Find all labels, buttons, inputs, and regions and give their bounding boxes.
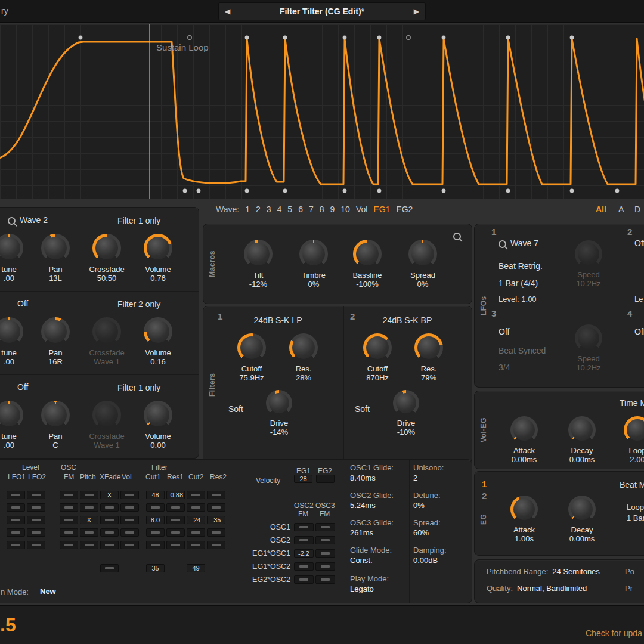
mod-slot[interactable] <box>100 528 119 537</box>
filter2-res-knob[interactable] <box>414 333 443 362</box>
osc3-volume-knob[interactable] <box>144 401 172 429</box>
osc3-glide-value[interactable]: 261ms <box>350 528 373 537</box>
filter1-res-knob[interactable] <box>289 333 318 362</box>
vol-eg-attack-knob[interactable] <box>510 416 538 444</box>
lfo4-wave-select[interactable]: Off <box>634 327 644 336</box>
macro-timbre-knob[interactable] <box>299 240 328 268</box>
eg-loop-rate[interactable]: 1 Bar <box>627 513 644 522</box>
wave-point[interactable] <box>377 36 382 40</box>
pan-mode-value[interactable]: New <box>40 587 56 596</box>
filter1-type-select[interactable]: 24dB S-K LP <box>215 315 340 325</box>
osc2-crossfade-knob[interactable] <box>92 317 121 346</box>
wave-tab-8[interactable]: 8 <box>320 205 324 214</box>
mod-slot[interactable] <box>315 523 335 531</box>
sustain-loop-marker[interactable] <box>149 24 150 199</box>
group-tab-d[interactable]: D <box>634 205 640 214</box>
mod-slot[interactable] <box>120 528 139 537</box>
osc1-volume-knob[interactable] <box>144 234 172 262</box>
detune-value[interactable]: 0% <box>413 501 425 510</box>
mod-slot[interactable]: 35 <box>146 564 165 572</box>
mod-slot[interactable]: -2.2 <box>294 549 314 558</box>
wave-point[interactable] <box>506 36 510 40</box>
wave-point-open[interactable] <box>407 36 410 39</box>
mod-slot[interactable] <box>187 528 205 537</box>
wave-tab-9[interactable]: 9 <box>330 205 335 214</box>
wave-tab-6[interactable]: 6 <box>298 205 303 214</box>
patch-selector[interactable]: ◀ Filter Tilter (CG Edit)* ▶ <box>218 2 426 20</box>
mod-slot[interactable] <box>146 541 165 549</box>
wave-tab-vol[interactable]: Vol <box>356 205 367 214</box>
osc3-filter-routing[interactable]: Filter 1 only <box>117 383 160 392</box>
osc3-detune-knob[interactable] <box>0 401 23 429</box>
lfo1-speed-knob[interactable] <box>575 240 602 268</box>
mod-slot[interactable] <box>7 516 25 524</box>
osc1-glide-value[interactable]: 8.40ms <box>350 473 376 482</box>
mod-slot[interactable] <box>166 528 185 537</box>
osc2-volume-knob[interactable] <box>144 317 172 346</box>
mod-slot[interactable]: 8.0 <box>146 516 165 524</box>
wave-point[interactable] <box>506 189 510 193</box>
osc3-wave-select[interactable]: Off <box>17 382 28 392</box>
eg-attack-knob[interactable] <box>510 496 538 523</box>
group-tab-all[interactable]: All <box>596 205 606 214</box>
glide-mode-value[interactable]: Const. <box>350 556 373 565</box>
lfo3-speed-knob[interactable] <box>575 324 602 352</box>
wave-point[interactable] <box>283 36 287 40</box>
patch-title[interactable]: Filter Tilter (CG Edit)* <box>280 7 364 16</box>
mod-slot[interactable] <box>80 491 98 499</box>
mod-slot[interactable] <box>166 516 185 524</box>
mod-slot[interactable] <box>294 523 314 531</box>
mod-slot[interactable] <box>294 575 314 584</box>
velocity-eg2-slot[interactable] <box>316 475 335 483</box>
mod-slot[interactable] <box>27 528 45 537</box>
mod-slot[interactable] <box>315 575 335 584</box>
osc2-glide-value[interactable]: 5.24ms <box>350 501 376 510</box>
mod-slot[interactable] <box>146 503 165 512</box>
spread-value[interactable]: 60% <box>413 528 429 537</box>
mod-slot[interactable] <box>120 503 139 512</box>
mod-slot[interactable] <box>60 503 78 512</box>
filter2-drive-knob[interactable] <box>393 390 419 416</box>
mod-slot[interactable] <box>207 528 225 537</box>
mod-slot[interactable] <box>60 528 78 537</box>
wave-point[interactable] <box>442 189 446 193</box>
wave-point[interactable] <box>283 189 287 193</box>
lfo1-rate[interactable]: 1 Bar (4/4) <box>499 278 538 288</box>
mod-slot[interactable] <box>120 541 139 549</box>
mod-slot[interactable] <box>80 541 98 549</box>
osc3-pan-knob[interactable] <box>41 401 70 429</box>
priority-setting[interactable]: Pr <box>625 584 633 593</box>
wave-tab-2[interactable]: 2 <box>256 205 261 214</box>
osc1-detune-knob[interactable] <box>0 234 23 262</box>
mod-slot[interactable] <box>187 503 205 512</box>
mod-slot[interactable] <box>187 491 205 499</box>
mod-slot[interactable] <box>60 541 78 549</box>
vol-eg-loop-knob[interactable] <box>624 416 644 444</box>
eg2-tab[interactable]: 2 <box>482 491 487 501</box>
mod-slot[interactable] <box>7 491 25 499</box>
mod-slot[interactable] <box>27 491 45 499</box>
mod-slot[interactable]: 49 <box>187 564 205 572</box>
mod-slot[interactable] <box>120 491 139 499</box>
lfo1-trigger-mode[interactable]: Beat Retrig. <box>499 261 543 271</box>
mod-slot[interactable] <box>207 491 225 499</box>
play-mode-value[interactable]: Legato <box>350 584 374 593</box>
velocity-eg1-slot[interactable]: 28 <box>294 475 312 483</box>
mod-slot[interactable] <box>60 491 78 499</box>
osc1-filter-routing[interactable]: Filter 1 only <box>117 216 160 225</box>
mod-slot[interactable] <box>100 564 119 572</box>
mod-slot[interactable] <box>27 541 45 549</box>
lfo3-wave-select[interactable]: Off <box>499 327 509 336</box>
lfo1-wave-select[interactable]: Wave 7 <box>499 239 538 248</box>
eg-beat-mode[interactable]: Beat M <box>620 480 644 490</box>
wave-point[interactable] <box>245 36 249 40</box>
osc2-detune-knob[interactable] <box>0 317 23 346</box>
mod-slot[interactable] <box>80 503 98 512</box>
lfo1-level[interactable]: Level: 1.00 <box>499 295 537 304</box>
wave-point[interactable] <box>79 36 83 40</box>
library-button[interactable]: ry <box>1 6 8 16</box>
osc1-crossfade-knob[interactable] <box>92 234 121 262</box>
wave-point[interactable] <box>615 189 620 193</box>
mod-slot[interactable] <box>146 528 165 537</box>
mod-slot[interactable]: -0.88 <box>166 491 185 499</box>
